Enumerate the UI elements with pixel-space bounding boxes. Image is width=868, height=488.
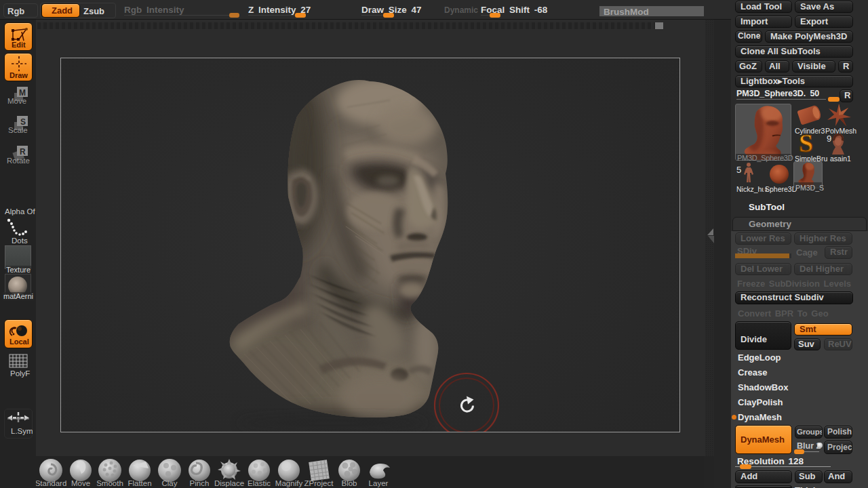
svg-text:ZProject: ZProject (304, 479, 334, 487)
svg-text:S: S (20, 117, 26, 127)
svg-text:Displace: Displace (214, 479, 244, 487)
svg-text:R: R (20, 147, 26, 157)
svg-text:S: S (799, 130, 813, 156)
svg-text:Elastic: Elastic (248, 479, 271, 487)
svg-text:Local: Local (9, 338, 29, 346)
svg-text:Magnify: Magnify (275, 479, 303, 487)
svg-text:L.Sym: L.Sym (11, 427, 33, 435)
svg-text:Pinch: Pinch (190, 479, 210, 487)
svg-text:Clay: Clay (161, 479, 177, 487)
svg-text:Standard: Standard (36, 479, 66, 487)
svg-text:Move: Move (71, 479, 90, 487)
svg-text:Dots: Dots (12, 237, 28, 245)
svg-text:Edit: Edit (12, 41, 26, 49)
svg-text:Rotate: Rotate (7, 157, 30, 165)
svg-text:Scale: Scale (8, 126, 28, 134)
svg-text:Draw: Draw (9, 71, 28, 79)
svg-text:Layer: Layer (369, 479, 389, 487)
svg-text:Blob: Blob (341, 479, 357, 487)
svg-text:Flatten: Flatten (127, 479, 151, 487)
svg-text:PolyF: PolyF (10, 369, 30, 378)
svg-text:M: M (19, 88, 26, 98)
svg-text:Smooth: Smooth (96, 479, 123, 487)
svg-text:Move: Move (7, 97, 26, 105)
